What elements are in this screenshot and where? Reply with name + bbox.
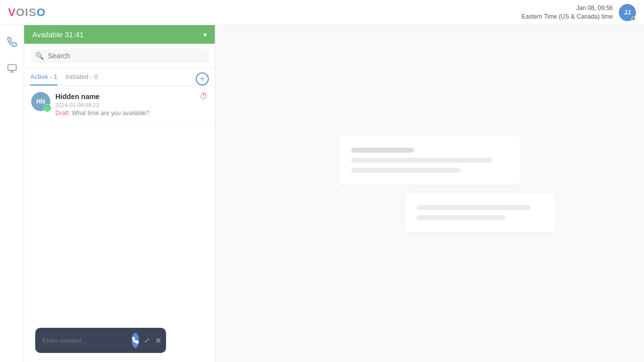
- conversation-name: Hidden name: [55, 93, 100, 101]
- search-input-wrapper: 🔍: [30, 49, 209, 63]
- skeleton-line: [351, 148, 414, 153]
- status-bar[interactable]: Available 31:41 ▾: [24, 25, 215, 44]
- expand-phone-button[interactable]: ⤢: [144, 336, 150, 344]
- sidebar-item-chat[interactable]: [3, 59, 21, 77]
- skeleton-card-1: [339, 136, 520, 185]
- add-conversation-button[interactable]: +: [196, 72, 209, 85]
- main-layout: Available 31:41 ▾ 🔍 Active - 1 Initiated…: [0, 25, 644, 362]
- conversation-date: 2024-01-08 09:23: [55, 102, 208, 108]
- skeleton-line: [351, 158, 493, 163]
- loading-skeleton: [304, 136, 555, 232]
- conversation-list: HN Hidden name ⏱ 2024-01-08 09:23 Draft:: [24, 86, 215, 362]
- main-content: [215, 25, 644, 362]
- skeleton-line: [417, 215, 505, 220]
- phone-number-input[interactable]: [42, 337, 127, 344]
- conversations-panel: Available 31:41 ▾ 🔍 Active - 1 Initiated…: [24, 25, 215, 362]
- avatar[interactable]: JJ: [619, 4, 636, 21]
- date-time: Jan 08, 09:56: [522, 4, 613, 13]
- time-icon: ⏱: [200, 92, 208, 101]
- tabs-container: Active - 1 Initiated - 0 +: [24, 68, 215, 86]
- search-container: 🔍: [24, 44, 215, 68]
- phone-bar: ⤢ ✕: [35, 328, 166, 353]
- logo: VOISO: [8, 6, 46, 19]
- sidebar-icons: [0, 25, 24, 362]
- skeleton-card-2: [405, 193, 555, 232]
- avatar-online-dot: [631, 17, 635, 21]
- whatsapp-badge-icon: [43, 104, 51, 112]
- skeleton-line: [417, 205, 531, 210]
- conversation-content: Hidden name ⏱ 2024-01-08 09:23 Draft: Wh…: [55, 92, 208, 117]
- draft-label: Draft:: [55, 110, 70, 117]
- sidebar-item-calls[interactable]: [3, 33, 21, 51]
- conversation-avatar: HN: [31, 92, 50, 111]
- timezone: Eastern Time (US & Canada) time: [522, 13, 613, 21]
- header: VOISO Jan 08, 09:56 Eastern Time (US & C…: [0, 0, 644, 25]
- conversation-header: Hidden name ⏱: [55, 92, 208, 101]
- call-button[interactable]: [132, 333, 139, 348]
- search-input[interactable]: [48, 52, 204, 60]
- header-right: Jan 08, 09:56 Eastern Time (US & Canada)…: [522, 4, 636, 21]
- conversation-preview: Draft: What time are you available?: [55, 110, 208, 117]
- status-text: Available 31:41: [32, 30, 84, 39]
- status-chevron-icon: ▾: [203, 31, 207, 39]
- search-icon: 🔍: [35, 52, 44, 60]
- skeleton-line: [351, 168, 461, 173]
- tabs-left: Active - 1 Initiated - 0: [30, 73, 98, 85]
- close-phone-button[interactable]: ✕: [155, 336, 162, 345]
- svg-rect-0: [8, 65, 16, 71]
- header-time: Jan 08, 09:56 Eastern Time (US & Canada)…: [522, 4, 613, 21]
- table-row[interactable]: HN Hidden name ⏱ 2024-01-08 09:23 Draft:: [24, 86, 215, 123]
- tab-initiated[interactable]: Initiated - 0: [65, 73, 98, 85]
- tab-active[interactable]: Active - 1: [30, 73, 57, 85]
